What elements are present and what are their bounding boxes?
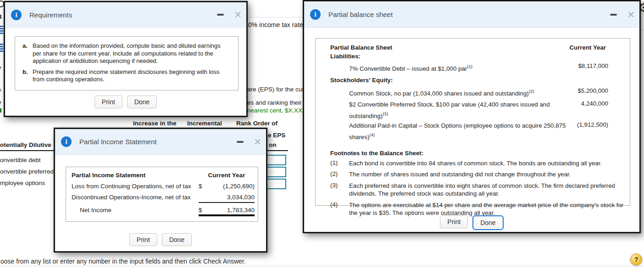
left-edge-green-fragment [0, 108, 1, 112]
requirements-box: a. Based on the information provided, co… [15, 36, 239, 90]
requirement-marker: b. [22, 68, 33, 84]
footnote-text: The options are exercisable at $14 per s… [349, 201, 630, 217]
section-label: Footnotes to the Balance Sheet: [330, 150, 423, 157]
footnote-3: (3) Each preferred share is convertible … [316, 182, 630, 198]
income-statement-table: Partial Income Statement Current Year Lo… [66, 167, 258, 222]
rounding-instruction-fragment: nearest cent, $X.XX.) [247, 107, 304, 114]
footnote-1: (1) Each bond is convertible into 84 sha… [316, 159, 630, 168]
income-statement-dialog: i Partial Income Statement ✕ Partial Inc… [54, 128, 267, 253]
balance-table-column-header: Current Year [392, 44, 630, 51]
balance-row-label: Common Stock, no par (1,034,000 shares i… [349, 87, 577, 98]
close-icon[interactable]: ✕ [254, 137, 261, 146]
footnote-number: (1) [330, 159, 349, 166]
eps-row-convertible-preferred-fragment: onvertible preferred [0, 168, 53, 175]
balance-row-value: $5,200,000 [577, 87, 630, 95]
footnote-ref: (4) [369, 132, 375, 137]
liabilities-section-header: Liabilities: [316, 53, 630, 60]
balance-dialog-titlebar[interactable]: i Partial balance sheet ✕ [304, 1, 639, 28]
currency-symbol: $ [199, 207, 207, 214]
balance-row-value: (1,912,500) [577, 121, 630, 129]
eps-col-header-rank-line1: Rank Order of [236, 120, 278, 127]
income-row-loss-continuing: Loss from Continuing Operations, net of … [72, 183, 255, 190]
bottom-instruction-fragment: oose from any list or enter any number i… [0, 258, 246, 265]
info-icon: i [310, 9, 321, 20]
help-button[interactable]: ? [630, 253, 642, 265]
requirement-text: Based on the information provided, compu… [33, 42, 231, 65]
section-label: Stockholders' Equity: [330, 77, 393, 84]
left-edge-letter-fragment: e [0, 86, 2, 93]
print-button[interactable]: Print [129, 233, 157, 246]
footnote-number: (4) [330, 201, 349, 208]
requirements-dialog-titlebar[interactable]: i Requirements ✕ [5, 2, 246, 28]
income-dialog-title: Partial Income Statement [79, 138, 156, 146]
balance-table-title: Partial Balance Sheet [330, 44, 392, 51]
balance-button-row: Print Done [304, 215, 639, 230]
income-row-label: Discontinued Operations-Income, net of t… [72, 194, 199, 201]
left-edge-link-bars [0, 26, 3, 35]
income-table-header-row: Partial Income Statement Current Year [72, 172, 255, 179]
footnote-4: (4) The options are exercisable at $14 p… [316, 201, 630, 217]
income-button-row: Print Done [55, 233, 266, 246]
done-button[interactable]: Done [127, 96, 157, 108]
eps-row-header-fragment: otentially Dilutive S [0, 141, 53, 148]
footer-divider-line [0, 266, 644, 266]
currency-symbol [199, 194, 207, 201]
balance-row-label: 7% Convertible Debt – issued at $1,000 p… [349, 62, 578, 73]
close-icon[interactable]: ✕ [234, 10, 242, 19]
minimize-icon[interactable] [217, 14, 224, 16]
footnote-text: The number of shares issued and outstand… [349, 170, 630, 179]
close-icon[interactable]: ✕ [627, 10, 635, 19]
requirement-text: Prepare the required income statement di… [33, 68, 231, 84]
income-table-column-header: Current Year [199, 172, 255, 179]
label-text: $2 Convertible Preferred Stock, $100 par… [349, 101, 550, 119]
minimize-icon[interactable] [237, 141, 244, 143]
background-divider-line [247, 17, 305, 17]
eps-col-header-increase: Increase in the [133, 120, 177, 127]
requirement-item-a: a. Based on the information provided, co… [22, 42, 233, 65]
minimize-icon[interactable] [610, 14, 617, 16]
footnote-ref: (2) [529, 89, 534, 94]
balance-sheet-table: Partial Balance Sheet Current Year Liabi… [315, 38, 630, 206]
eps-col-header-rank-line3-fragment: on [269, 141, 277, 148]
info-icon: i [11, 10, 22, 20]
eps-sentence-fragment: are (EPS) for the curr [247, 86, 304, 93]
footnote-number: (2) [330, 170, 349, 177]
balance-dialog-title: Partial balance sheet [328, 11, 393, 18]
right-edge-divider-fragment [641, 29, 644, 30]
ranking-sentence-fragment: es and ranking their [247, 99, 304, 106]
label-text: Additional Paid-in Capital – Stock Optio… [349, 122, 566, 141]
requirements-dialog-title: Requirements [29, 11, 72, 19]
income-row-label: Net Income [72, 207, 199, 214]
income-dialog-titlebar[interactable]: i Partial Income Statement ✕ [55, 129, 266, 155]
balance-row-label: Additional Paid-in Capital – Stock Optio… [349, 121, 577, 142]
income-row-value: (1,250,690) [207, 183, 255, 190]
balance-sheet-dialog: i Partial balance sheet ✕ Partial Balanc… [303, 0, 641, 233]
print-button[interactable]: Print [440, 215, 468, 228]
balance-row-value: 4,240,000 [578, 100, 630, 108]
page: { "icons": { "info": "i", "close": "✕", … [0, 0, 644, 270]
equity-section-header: Stockholders' Equity: [316, 77, 630, 84]
done-button[interactable]: Done [472, 215, 503, 230]
currency-symbol: $ [199, 183, 207, 190]
income-row-net-income: Net Income $ 1,783,340 [72, 207, 255, 216]
print-button[interactable]: Print [94, 96, 122, 108]
eps-row-convertible-debt-fragment: onvertible debt [0, 157, 53, 163]
done-button[interactable]: Done [162, 233, 192, 246]
balance-row-value: $8,117,000 [578, 62, 630, 70]
left-edge-glyph-fragment [0, 15, 1, 19]
balance-row-label: $2 Convertible Preferred Stock, $100 par… [349, 100, 578, 121]
footnote-2: (2) The number of shares issued and outs… [316, 170, 630, 179]
eps-col-header-rank-line2-fragment: e EPS [268, 132, 303, 139]
left-edge-link-bars [0, 44, 3, 53]
label-text: 7% Convertible Debt – issued at $1,000 p… [349, 65, 467, 72]
eps-col-header-incremental: Incremental [187, 120, 222, 127]
income-row-label: Loss from Continuing Operations, net of … [72, 183, 199, 190]
footnote-ref: (1) [467, 64, 472, 69]
requirement-marker: a. [22, 42, 33, 65]
tax-rate-text-fragment: 0% income tax rate. [248, 21, 304, 28]
balance-row-apic-options: Additional Paid-in Capital – Stock Optio… [316, 121, 630, 142]
balance-row-preferred-stock: $2 Convertible Preferred Stock, $100 par… [316, 100, 630, 121]
left-edge-letter-fragment: e [0, 64, 2, 71]
requirements-button-row: Print Done [5, 96, 246, 108]
section-label: Liabilities: [330, 53, 361, 60]
